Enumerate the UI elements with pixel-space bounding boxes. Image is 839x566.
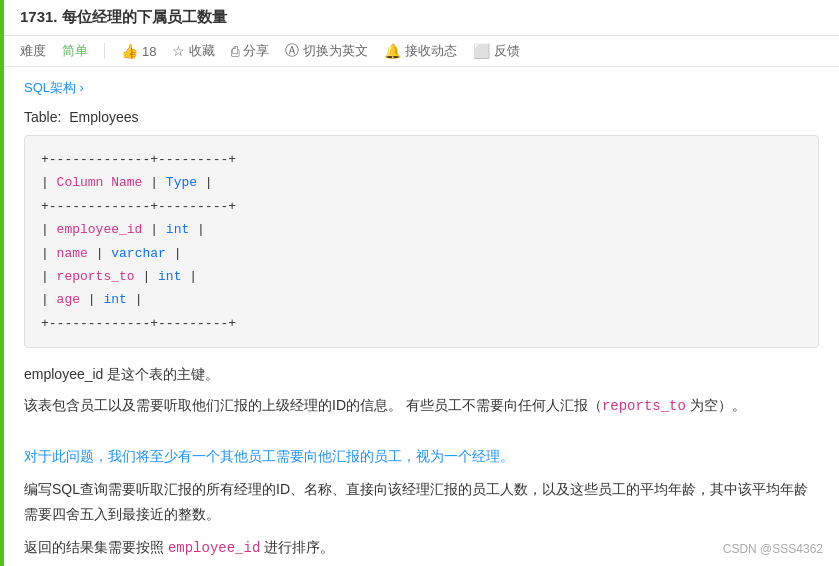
notify-label: 接收动态 xyxy=(405,42,457,60)
table-keyword: Table: xyxy=(24,109,61,125)
problem-task: 编写SQL查询需要听取汇报的所有经理的ID、名称、直接向该经理汇报的员工人数，以… xyxy=(24,477,819,527)
collect-button[interactable]: ☆ 收藏 xyxy=(172,42,215,60)
schema-row-2: | name | varchar | xyxy=(41,242,802,265)
watermark: CSDN @SSS4362 xyxy=(723,542,823,556)
description-detail: 该表包含员工以及需要听取他们汇报的上级经理的ID的信息。 有些员工不需要向任何人… xyxy=(24,393,819,419)
sort-code: employee_id xyxy=(168,540,260,556)
table-label: Table: Employees xyxy=(24,109,819,125)
like-count: 18 xyxy=(142,44,156,59)
table-name: Employees xyxy=(69,109,138,125)
description-primary-key: employee_id 是这个表的主键。 xyxy=(24,362,819,387)
bell-icon: 🔔 xyxy=(384,43,401,59)
schema-border-mid: +-------------+---------+ xyxy=(41,195,802,218)
schema-border-bot: +-------------+---------+ xyxy=(41,312,802,335)
difficulty-value: 简单 xyxy=(62,42,88,60)
problem-header: 1731. 每位经理的下属员工数量 xyxy=(4,0,839,36)
toolbar: 难度 简单 👍 18 ☆ 收藏 ⎙ 分享 Ⓐ 切换为英文 🔔 接收动态 xyxy=(4,36,839,67)
schema-border-top: +-------------+---------+ xyxy=(41,148,802,171)
share-label: 分享 xyxy=(243,42,269,60)
star-icon: ☆ xyxy=(172,43,185,59)
schema-row-3: | reports_to | int | xyxy=(41,265,802,288)
like-icon: 👍 xyxy=(121,43,138,59)
feedback-button[interactable]: ⬜ 反馈 xyxy=(473,42,520,60)
sort-end: 进行排序。 xyxy=(260,539,334,555)
problem-sort: 返回的结果集需要按照 employee_id 进行排序。 xyxy=(24,535,819,561)
difficulty-label: 难度 xyxy=(20,42,46,60)
translate-button[interactable]: Ⓐ 切换为英文 xyxy=(285,42,368,60)
collect-label: 收藏 xyxy=(189,42,215,60)
feedback-icon: ⬜ xyxy=(473,43,490,59)
like-button[interactable]: 👍 18 xyxy=(121,43,156,59)
translate-label: 切换为英文 xyxy=(303,42,368,60)
detail-end: 为空）。 xyxy=(686,397,746,413)
section-gap xyxy=(24,426,819,444)
divider-1 xyxy=(104,43,105,59)
schema-box: +-------------+---------+ | Column Name … xyxy=(24,135,819,348)
breadcrumb[interactable]: SQL架构 › xyxy=(24,79,819,97)
detail-text: 该表包含员工以及需要听取他们汇报的上级经理的ID的信息。 有些员工不需要向任何人… xyxy=(24,397,602,413)
schema-row-4: | age | int | xyxy=(41,288,802,311)
content-area: SQL架构 › Table: Employees +-------------+… xyxy=(4,67,839,566)
feedback-label: 反馈 xyxy=(494,42,520,60)
notify-button[interactable]: 🔔 接收动态 xyxy=(384,42,457,60)
problem-title: 1731. 每位经理的下属员工数量 xyxy=(20,8,823,27)
problem-intro: 对于此问题，我们将至少有一个其他员工需要向他汇报的员工，视为一个经理。 xyxy=(24,444,819,469)
schema-header: | Column Name | Type | xyxy=(41,171,802,194)
share-button[interactable]: ⎙ 分享 xyxy=(231,42,269,60)
reports-to-code: reports_to xyxy=(602,398,686,414)
share-icon: ⎙ xyxy=(231,43,239,59)
primary-key-text: employee_id 是这个表的主键。 xyxy=(24,366,219,382)
translate-icon: Ⓐ xyxy=(285,42,299,60)
schema-row-1: | employee_id | int | xyxy=(41,218,802,241)
sort-text: 返回的结果集需要按照 xyxy=(24,539,168,555)
